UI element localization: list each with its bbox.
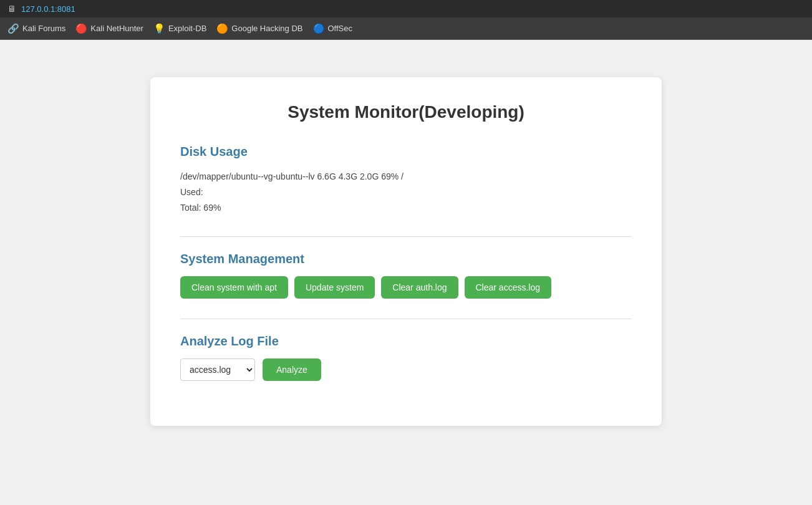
main-card: System Monitor(Developing) Disk Usage /d… bbox=[150, 77, 662, 426]
kali-forums-label: Kali Forums bbox=[22, 24, 65, 33]
kali-nethunter-label: Kali NetHunter bbox=[90, 24, 143, 33]
system-management-section: System Management Clean system with apt … bbox=[180, 252, 632, 299]
title-bar: 🖥 127.0.0.1:8081 bbox=[0, 0, 812, 17]
main-content: System Monitor(Developing) Disk Usage /d… bbox=[0, 40, 812, 505]
offsec-label: OffSec bbox=[328, 24, 353, 33]
disk-info-block: /dev/mapper/ubuntu--vg-ubuntu--lv 6.6G 4… bbox=[180, 169, 632, 216]
url-host: 127.0.0.1 bbox=[21, 4, 55, 14]
clear-auth-log-button[interactable]: Clear auth.log bbox=[381, 276, 458, 299]
system-management-buttons: Clean system with apt Update system Clea… bbox=[180, 276, 632, 299]
kali-nethunter-icon: 🔴 bbox=[75, 23, 87, 34]
disk-used: Used: bbox=[180, 185, 632, 200]
log-file-select[interactable]: access.log auth.log syslog bbox=[180, 358, 255, 381]
clean-apt-button[interactable]: Clean system with apt bbox=[180, 276, 288, 299]
browser-toolbar: 🔗 Kali Forums 🔴 Kali NetHunter 💡 Exploit… bbox=[0, 17, 812, 40]
google-hacking-db-label: Google Hacking DB bbox=[231, 24, 302, 33]
analyze-row: access.log auth.log syslog Analyze bbox=[180, 358, 632, 381]
kali-forums-icon: 🔗 bbox=[7, 23, 19, 34]
google-hacking-db-icon: 🟠 bbox=[216, 23, 228, 34]
disk-line: /dev/mapper/ubuntu--vg-ubuntu--lv 6.6G 4… bbox=[180, 169, 632, 185]
page-title: System Monitor(Developing) bbox=[180, 102, 632, 122]
analyze-log-heading: Analyze Log File bbox=[180, 334, 632, 349]
divider-2 bbox=[180, 319, 632, 319]
browser-icon: 🖥 bbox=[7, 4, 16, 14]
analyze-log-section: Analyze Log File access.log auth.log sys… bbox=[180, 334, 632, 381]
disk-total: Total: 69% bbox=[180, 200, 632, 216]
disk-usage-heading: Disk Usage bbox=[180, 145, 632, 159]
sidebar-item-kali-forums[interactable]: 🔗 Kali Forums bbox=[7, 23, 65, 34]
url-port: :8081 bbox=[55, 4, 75, 14]
sidebar-item-kali-nethunter[interactable]: 🔴 Kali NetHunter bbox=[75, 23, 143, 34]
divider-1 bbox=[180, 236, 632, 237]
sidebar-item-google-hacking-db[interactable]: 🟠 Google Hacking DB bbox=[216, 23, 302, 34]
clear-access-log-button[interactable]: Clear access.log bbox=[465, 276, 552, 299]
disk-usage-section: Disk Usage /dev/mapper/ubuntu--vg-ubuntu… bbox=[180, 145, 632, 216]
system-management-heading: System Management bbox=[180, 252, 632, 266]
sidebar-item-offsec[interactable]: 🔵 OffSec bbox=[313, 23, 353, 34]
exploit-db-label: Exploit-DB bbox=[168, 24, 206, 33]
analyze-button[interactable]: Analyze bbox=[263, 358, 321, 381]
offsec-icon: 🔵 bbox=[313, 23, 325, 34]
browser-url: 127.0.0.1:8081 bbox=[21, 4, 75, 14]
sidebar-item-exploit-db[interactable]: 💡 Exploit-DB bbox=[153, 23, 206, 34]
exploit-db-icon: 💡 bbox=[153, 23, 165, 34]
update-system-button[interactable]: Update system bbox=[294, 276, 375, 299]
